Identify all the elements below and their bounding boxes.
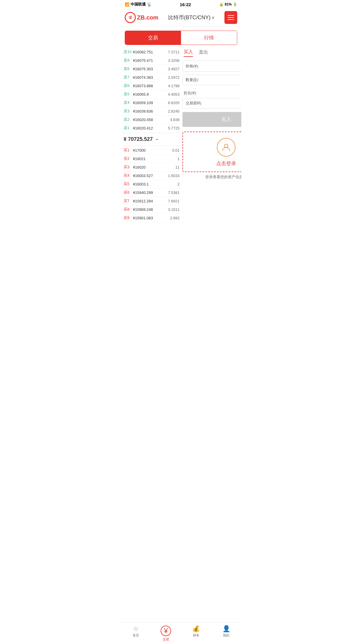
- mid-price-row: ¥ 70725.527 –: [122, 133, 181, 146]
- buy-order-row[interactable]: 买3 ¥16020 11: [122, 163, 181, 172]
- sell-price: ¥16020.458: [133, 118, 170, 122]
- sell-order-row[interactable]: 卖4 ¥16059.109 6.8205: [122, 99, 181, 107]
- buy-qty: 0.01: [172, 148, 180, 153]
- logo-icon: ②: [125, 12, 136, 23]
- buy-qty: 1: [178, 157, 180, 161]
- order-book: 卖10 ¥16082.751 7.3711 卖9 ¥16075.471 3.32…: [122, 48, 181, 222]
- chevron-down-icon: ∨: [212, 15, 215, 20]
- sell-order-row[interactable]: 卖5 ¥16065.9 4.4053: [122, 90, 181, 99]
- asset-info-text: 登录查看您的资产信息！: [182, 172, 241, 182]
- sell-label: 卖9: [124, 58, 132, 63]
- sell-label: 卖5: [124, 92, 132, 97]
- buy-label: 买9: [124, 215, 132, 220]
- sell-qty: 4.4053: [168, 92, 180, 97]
- buy-qty: 7.5381: [168, 190, 180, 195]
- sell-price: ¥16065.9: [133, 92, 168, 97]
- sell-price: ¥16075.303: [133, 67, 168, 71]
- buy-label: 买5: [124, 181, 132, 187]
- buy-price: ¥15912.284: [133, 199, 168, 203]
- price-input[interactable]: [199, 63, 242, 69]
- sell-order-row[interactable]: 卖8 ¥16075.303 3.4927: [122, 65, 181, 73]
- sell-order-row[interactable]: 卖3 ¥16039.836 2.8245: [122, 107, 181, 116]
- buy-order-row[interactable]: 买2 ¥16021 1: [122, 155, 181, 163]
- buy-qty: 1.6033: [168, 174, 180, 178]
- status-bar: 📶 中国联通 📡 16:22 🔒 81% 🔋: [121, 0, 241, 9]
- sell-price: ¥16082.751: [133, 50, 168, 54]
- buy-price: ¥17000: [133, 148, 172, 153]
- tab-trade[interactable]: 交易: [125, 31, 181, 45]
- sell-orders: 卖10 ¥16082.751 7.3711 卖9 ¥16075.471 3.32…: [122, 48, 181, 132]
- sell-order-row[interactable]: 卖10 ¥16082.751 7.3711: [122, 48, 181, 56]
- price-field: 价格(¥):: [182, 60, 241, 72]
- price-label: 价格(¥):: [186, 64, 199, 69]
- sell-label: 卖1: [124, 125, 132, 131]
- login-text[interactable]: 点击登录: [216, 160, 236, 167]
- battery-icon: 🔋: [233, 2, 237, 6]
- menu-button[interactable]: [224, 11, 237, 24]
- sell-label: 卖10: [124, 49, 132, 55]
- sell-qty: 3.3256: [168, 58, 180, 63]
- battery-level: 81%: [225, 2, 232, 6]
- buy-price: ¥16003.527: [133, 174, 168, 178]
- buy-tab[interactable]: 买入: [184, 49, 193, 57]
- mid-price-value: ¥ 70725.527: [124, 136, 153, 142]
- sell-order-row[interactable]: 卖9 ¥16075.471 3.3256: [122, 56, 181, 65]
- lock-icon: 🔒: [219, 2, 224, 6]
- menu-line-1: [228, 15, 234, 16]
- buy-qty: 11: [175, 165, 180, 169]
- buy-label: 买4: [124, 173, 132, 178]
- mid-price-indicator: –: [156, 137, 158, 142]
- login-prompt[interactable]: 点击登录: [182, 132, 241, 172]
- buy-label: 买6: [124, 190, 132, 195]
- sell-qty: 2.5972: [168, 75, 180, 80]
- buy-price: ¥16003.1: [133, 182, 178, 186]
- zhe-label: 折合(¥):: [184, 90, 197, 96]
- buy-qty: 2: [178, 182, 180, 186]
- sell-qty: 5.7725: [168, 126, 180, 130]
- qty-input[interactable]: [199, 77, 241, 83]
- buy-qty: 3.1511: [168, 207, 180, 212]
- sell-price: ¥16059.109: [133, 101, 168, 105]
- sell-order-row[interactable]: 卖2 ¥16020.458 4.838: [122, 116, 181, 124]
- buy-sell-tabs: 买入 卖出: [182, 49, 241, 57]
- buy-order-row[interactable]: 买8 ¥15909.248 3.1511: [122, 205, 181, 214]
- zhe-row: 折合(¥):: [182, 88, 241, 98]
- buy-order-row[interactable]: 买9 ¥15901.083 2.892: [122, 214, 181, 222]
- sell-price: ¥16075.471: [133, 58, 168, 63]
- buy-order-row[interactable]: 买6 ¥15940.299 7.5381: [122, 188, 181, 197]
- buy-price: ¥16020: [133, 165, 175, 169]
- buy-order-row[interactable]: 买5 ¥16003.1 2: [122, 180, 181, 188]
- sell-order-row[interactable]: 卖6 ¥16073.888 4.1798: [122, 82, 181, 90]
- buy-price: ¥16021: [133, 157, 178, 161]
- wifi-icon: 📡: [147, 2, 152, 7]
- buy-order-row[interactable]: 买7 ¥15912.284 7.6921: [122, 197, 181, 205]
- trade-pwd-label: 交易密码:: [186, 101, 202, 106]
- signal-icon: 📶: [125, 2, 129, 7]
- buy-price: ¥15940.299: [133, 190, 168, 195]
- buy-order-row[interactable]: 买4 ¥16003.527 1.6033: [122, 172, 181, 180]
- buy-qty: 2.892: [170, 216, 180, 220]
- sell-price: ¥16073.888: [133, 84, 168, 88]
- buy-order-row[interactable]: 买1 ¥17000 0.01: [122, 146, 181, 155]
- menu-line-2: [228, 17, 234, 18]
- buy-label: 买2: [124, 156, 132, 161]
- buy-button[interactable]: 买入: [182, 112, 241, 127]
- sell-qty: 4.1798: [168, 84, 180, 88]
- sell-order-row[interactable]: 卖1 ¥16020.412 5.7725: [122, 124, 181, 132]
- sell-label: 卖4: [124, 100, 132, 105]
- sell-price: ¥16020.412: [133, 126, 168, 130]
- tab-market[interactable]: 行情: [181, 31, 237, 45]
- sell-label: 卖6: [124, 83, 132, 88]
- carrier-name: 中国联通: [131, 2, 146, 7]
- buy-label: 买7: [124, 198, 132, 204]
- sell-order-row[interactable]: 卖7 ¥16074.383 2.5972: [122, 73, 181, 82]
- sell-qty: 2.8245: [168, 109, 180, 113]
- sell-tab[interactable]: 卖出: [199, 49, 208, 57]
- trade-pwd-input[interactable]: [202, 101, 241, 106]
- header-title[interactable]: 比特币(BTC/CNY) ∨: [168, 14, 215, 21]
- qty-field: 数量(₿):: [182, 75, 241, 85]
- login-avatar-icon: [217, 138, 236, 157]
- buy-label: 买3: [124, 164, 132, 170]
- sell-label: 卖7: [124, 75, 132, 80]
- sell-price: ¥16074.383: [133, 75, 168, 80]
